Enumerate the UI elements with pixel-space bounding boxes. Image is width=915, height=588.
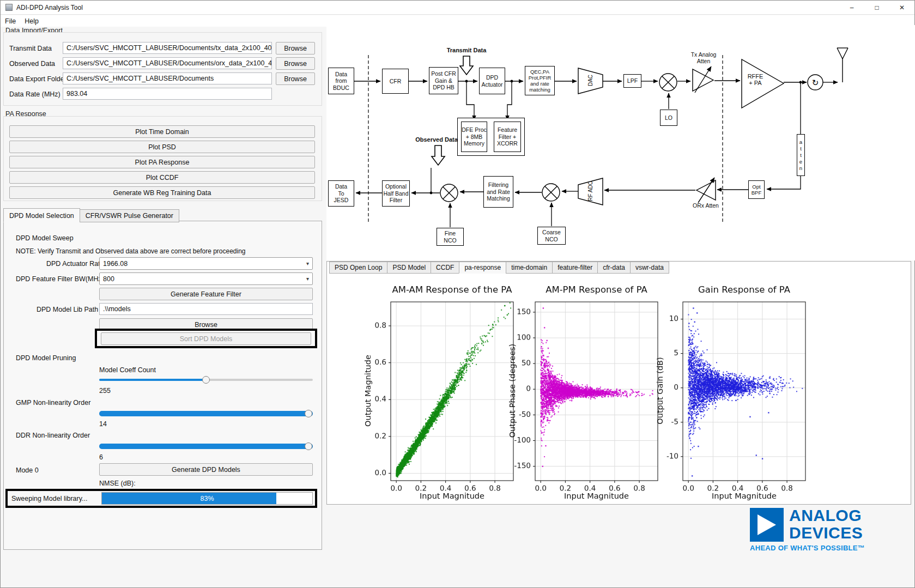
- transmit-data-input[interactable]: C:/Users/SVC_HMCOTT_LABUSER/Documents/tx…: [63, 42, 272, 54]
- plot-tab-bar: PSD Open Loop PSD Model CCDF pa-response…: [329, 262, 669, 274]
- dac-label: DAC: [587, 68, 593, 93]
- tab-cfr-vswr[interactable]: CFR/VSWR Pulse Generator: [80, 209, 179, 222]
- model-sweep-title: DPD Model Sweep: [16, 234, 74, 242]
- feature-bw-value: 800: [103, 275, 114, 283]
- slider-fill: [99, 444, 313, 449]
- logo-tagline: AHEAD OF WHAT'S POSSIBLE™: [750, 544, 865, 552]
- gain-plot: Gain Response of PA Output Gain (dB) Inp…: [652, 276, 837, 505]
- nmse-label: NMSE (dB):: [99, 480, 136, 487]
- maximize-icon[interactable]: □: [864, 1, 889, 15]
- ddr-order-label: DDR Non-linearity Order: [16, 432, 90, 439]
- feature-bw-combo[interactable]: 800 ▾: [99, 272, 313, 285]
- svg-text:↻: ↻: [812, 78, 819, 88]
- menu-help[interactable]: Help: [20, 16, 43, 26]
- sort-dpd-models-button[interactable]: Sort DPD Models: [101, 332, 311, 345]
- orx-atten-label: ORx Atten: [684, 202, 728, 209]
- logo-line2: DEVICES: [789, 524, 863, 542]
- chevron-down-icon: ▾: [306, 260, 309, 266]
- plots-panel: PSD Open Loop PSD Model CCDF pa-response…: [326, 261, 911, 505]
- tx-atten-label: Tx Analog Atten: [682, 51, 725, 64]
- coeff-count-value: 255: [99, 387, 111, 395]
- plot-ccdf-button[interactable]: Plot CCDF: [9, 171, 315, 184]
- block-opt-bpf: Opt BPF: [748, 180, 765, 199]
- window-controls: – □ ✕: [839, 1, 914, 15]
- left-tab-bar: DPD Model Selection CFR/VSWR Pulse Gener…: [3, 208, 179, 222]
- block-dfe-proc: DFE Proc + 8MB Memory: [461, 122, 487, 152]
- analog-devices-logo: ANALOG DEVICES AHEAD OF WHAT'S POSSIBLE™: [750, 508, 908, 555]
- plot-xlabel: Input Magnitude: [535, 492, 658, 500]
- generate-wb-reg-button[interactable]: Generate WB Reg Training Data: [9, 186, 315, 199]
- tab-pa-response[interactable]: pa-response: [459, 262, 506, 274]
- sort-models-highlight: Sort DPD Models: [95, 329, 317, 348]
- tab-cfr-data[interactable]: cfr-data: [597, 262, 631, 274]
- tab-time-domain[interactable]: time-domain: [506, 262, 553, 274]
- plot-title: AM-AM Response of the PA: [374, 284, 530, 295]
- logo-text: ANALOG DEVICES: [789, 507, 863, 542]
- transmit-browse-button[interactable]: Browse: [276, 42, 315, 54]
- plot-ylabel: Output Phase (degrees): [508, 301, 517, 480]
- observed-data-input[interactable]: C:/Users/SVC_HMCOTT_LABUSER/Documents/or…: [63, 57, 272, 69]
- rffe-pa-label: RFFE + PA: [743, 73, 768, 86]
- block-half-band: Optional Half Band Filter: [382, 180, 410, 207]
- actuator-rate-label: DPD Actuator Rate: [46, 260, 104, 268]
- plot-ylabel: Output Gain (dB): [656, 301, 664, 480]
- generate-dpd-models-button[interactable]: Generate DPD Models: [99, 463, 313, 476]
- logo-line1: ANALOG: [789, 507, 863, 524]
- tab-ccdf[interactable]: CCDF: [431, 262, 459, 274]
- block-qec: QEC,PA Prot,PFIR and rate matching: [525, 66, 555, 95]
- block-lo: LO: [660, 110, 677, 126]
- slider-fill: [99, 379, 206, 381]
- actuator-rate-combo[interactable]: 1966.08 ▾: [99, 257, 313, 270]
- plot-pa-response-button[interactable]: Plot PA Response: [9, 156, 315, 168]
- plot-psd-button[interactable]: Plot PSD: [9, 141, 315, 153]
- export-folder-input[interactable]: C:/Users/SVC_HMCOTT_LABUSER/Documents: [63, 72, 272, 84]
- slider-fill: [99, 411, 313, 416]
- lib-path-input[interactable]: .\\models: [99, 303, 313, 315]
- tab-vswr-data[interactable]: vswr-data: [630, 262, 669, 274]
- plot-title: AM-PM Response of PA: [519, 284, 674, 295]
- plot-ylabel: Output Magnitude: [363, 301, 372, 480]
- transmit-data-label: Transmit Data: [439, 47, 494, 53]
- gmp-order-value: 14: [99, 420, 107, 428]
- slider-handle[interactable]: [202, 376, 210, 384]
- block-dpd-actuator: DPD Actuator: [479, 68, 505, 94]
- observed-data-label: Observed Data: [409, 136, 464, 143]
- minimize-icon[interactable]: –: [839, 1, 864, 15]
- block-filtering: Filtering and Rate Matching: [483, 176, 513, 208]
- rf-adc-label: RF ADC: [587, 179, 593, 203]
- tab-psd-open-loop[interactable]: PSD Open Loop: [329, 262, 387, 274]
- app-window: ADI-DPD Analysis Tool – □ ✕ File Help Da…: [0, 0, 915, 588]
- tab-dpd-model-selection[interactable]: DPD Model Selection: [3, 208, 80, 222]
- block-fine-nco: Fine NCO: [437, 228, 464, 246]
- feature-bw-label: DPD Feature Filter BW(MHz): [16, 275, 104, 283]
- ddr-order-value: 6: [99, 453, 103, 461]
- observed-browse-button[interactable]: Browse: [276, 57, 315, 70]
- close-icon[interactable]: ✕: [889, 1, 914, 15]
- coeff-count-slider[interactable]: [99, 375, 313, 385]
- adi-triangle-icon: [750, 508, 784, 542]
- plot-title: Gain Response of PA: [666, 284, 822, 295]
- title-bar: ADI-DPD Analysis Tool – □ ✕: [1, 1, 914, 15]
- export-browse-button[interactable]: Browse: [276, 72, 315, 85]
- dpd-model-selection-panel: DPD Model Sweep NOTE: Verify Transmit an…: [3, 221, 322, 550]
- ddr-order-slider[interactable]: [99, 441, 313, 451]
- tab-feature-filter[interactable]: feature-filter: [552, 262, 598, 274]
- sweep-status-label: Sweeping Model library...: [11, 495, 87, 502]
- tx-chain-arrows: [354, 81, 838, 189]
- generate-feature-filter-button[interactable]: Generate Feature Filter: [99, 288, 313, 300]
- observed-data-arrow-icon: [432, 146, 445, 165]
- pruning-title: DPD Model Pruning: [16, 354, 76, 362]
- plot-time-domain-button[interactable]: Plot Time Domain: [9, 125, 315, 138]
- gmp-order-slider[interactable]: [99, 409, 313, 419]
- mode-label: Mode 0: [16, 466, 39, 474]
- data-rate-input[interactable]: 983.04: [63, 88, 272, 100]
- sweep-progress-bar: 83%: [101, 492, 313, 505]
- tab-psd-model[interactable]: PSD Model: [387, 262, 431, 274]
- progress-text: 83%: [102, 493, 312, 504]
- slider-handle[interactable]: [305, 410, 312, 417]
- menu-file[interactable]: File: [1, 16, 20, 26]
- window-title: ADI-DPD Analysis Tool: [16, 4, 83, 11]
- model-sweep-note: NOTE: Verify Transmit and Observed data …: [16, 247, 246, 255]
- block-diagram-connectors: ↻: [326, 25, 915, 260]
- slider-handle[interactable]: [305, 442, 312, 450]
